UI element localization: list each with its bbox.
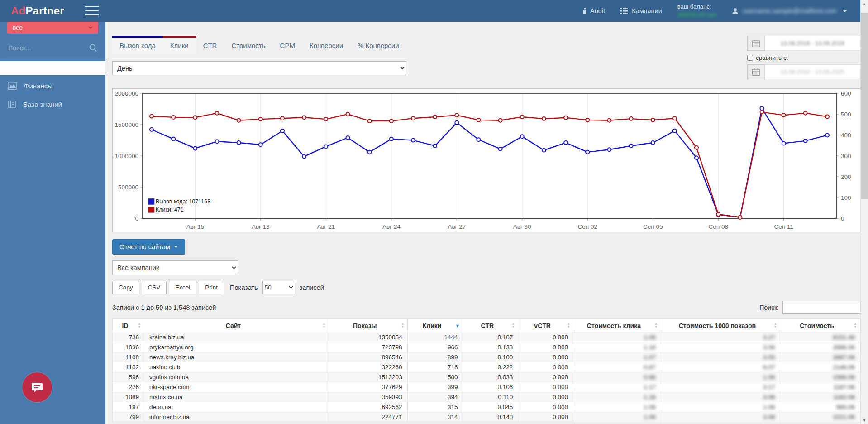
cell-Стоимость клика: 1.07 bbox=[573, 352, 661, 362]
cell-Сайт: ukr-space.com bbox=[144, 382, 329, 392]
sidebar-search-input[interactable] bbox=[7, 42, 98, 54]
svg-text:Сен 08: Сен 08 bbox=[708, 223, 728, 230]
table-header-row: ID▲▼Сайт▲▼Показы▲▼Клики▼CTR▲▼vCTR▲▼Стоим… bbox=[113, 319, 860, 332]
cell-Клики: 899 bbox=[407, 352, 463, 362]
sidebar-item-1[interactable]: База знаний bbox=[0, 95, 105, 114]
table-row[interactable]: 1036prykarpattya.org7237989660.1330.0001… bbox=[113, 342, 860, 352]
metric-tab-0[interactable]: Вызов кода bbox=[112, 36, 163, 54]
compare-checkbox[interactable] bbox=[747, 55, 753, 61]
sort-icon[interactable]: ▲▼ bbox=[322, 322, 326, 329]
table-info-row: Записи с 1 до 50 из 1,548 записей Поиск: bbox=[112, 301, 860, 314]
cell-ID: 1089 bbox=[113, 392, 144, 402]
cell-Клики: 716 bbox=[407, 362, 463, 372]
table-row[interactable]: 197depo.ua6925623150.0450.0001.081.06965… bbox=[113, 402, 860, 412]
date-filters: сравнить с: bbox=[747, 36, 860, 79]
compare-label: сравнить с: bbox=[756, 54, 788, 61]
compare-row: сравнить с: bbox=[747, 54, 860, 61]
period-select[interactable]: День bbox=[112, 61, 406, 75]
svg-text:1000000: 1000000 bbox=[115, 153, 138, 159]
export-print-button[interactable]: Print bbox=[199, 281, 224, 294]
cell-Стоимость клика: 1.08 bbox=[573, 402, 661, 412]
scrollbar-thumb[interactable] bbox=[861, 13, 868, 199]
table-row[interactable]: 226ukr-space.com3776293990.1060.0001.173… bbox=[113, 382, 860, 392]
scroll-up-icon[interactable]: ▲ bbox=[861, 0, 868, 8]
column-header-0[interactable]: ID▲▼ bbox=[113, 319, 144, 332]
campaigns-select[interactable]: Все кампании bbox=[112, 260, 238, 275]
column-header-3[interactable]: Клики▼ bbox=[407, 319, 463, 332]
sort-icon[interactable]: ▲▼ bbox=[138, 322, 141, 329]
column-header-6[interactable]: Стоимость клика▲▼ bbox=[573, 319, 661, 332]
records-info: Записи с 1 до 50 из 1,548 записей bbox=[112, 304, 216, 311]
column-header-5[interactable]: vCTR▲▼ bbox=[518, 319, 573, 332]
hamburger-icon[interactable] bbox=[83, 1, 100, 20]
cell-CTR: 0.133 bbox=[463, 342, 518, 352]
svg-text:1500000: 1500000 bbox=[115, 121, 138, 128]
compare-range-input[interactable] bbox=[765, 65, 860, 79]
sort-desc-icon[interactable]: ▼ bbox=[455, 323, 460, 328]
chat-button[interactable] bbox=[22, 372, 52, 402]
sort-icon[interactable]: ▲▼ bbox=[854, 322, 857, 329]
site-filter-dropdown[interactable]: все bbox=[7, 22, 98, 34]
sort-icon[interactable]: ▲▼ bbox=[567, 322, 570, 329]
vertical-scrollbar[interactable]: ▲ ▼ bbox=[860, 0, 868, 424]
app-logo[interactable]: AdPartner bbox=[11, 5, 64, 17]
table-row[interactable]: 736kraina.biz.ua135005414440.1070.0001.0… bbox=[113, 332, 860, 342]
calendar-icon[interactable] bbox=[748, 36, 765, 50]
cell-vCTR: 0.000 bbox=[518, 372, 573, 382]
column-header-7[interactable]: Стоимость 1000 показов▲▼ bbox=[661, 319, 780, 332]
export-copy-button[interactable]: Copy bbox=[112, 281, 139, 294]
table-row[interactable]: 1102uakino.club3222607160.2220.0000.876.… bbox=[113, 362, 860, 372]
cell-Стоимость 1000 показов: 3.05 bbox=[661, 352, 780, 362]
page-size-select[interactable]: 50 bbox=[262, 281, 295, 294]
metric-tab-1[interactable]: Клики bbox=[163, 36, 196, 54]
compare-calendar-icon[interactable] bbox=[748, 65, 765, 79]
table-row[interactable]: 1108news.kray.biz.ua8965468990.1000.0001… bbox=[113, 352, 860, 362]
nav-audit-link[interactable]: Audit bbox=[583, 7, 605, 14]
column-header-4[interactable]: CTR▲▼ bbox=[463, 319, 518, 332]
cell-Стоимость 1000 показов: 3.06 bbox=[661, 342, 780, 352]
search-icon[interactable] bbox=[89, 44, 97, 52]
column-header-1[interactable]: Сайт▲▼ bbox=[144, 319, 329, 332]
sort-icon[interactable]: ▲▼ bbox=[401, 322, 405, 329]
table-row[interactable]: 596vgolos.com.ua15132035000.0330.0000.98… bbox=[113, 372, 860, 382]
user-menu[interactable]: username.sample@mailhost.com bbox=[732, 7, 847, 14]
column-header-8[interactable]: Стоимость▲▼ bbox=[780, 319, 860, 332]
export-excel-button[interactable]: Excel bbox=[169, 281, 196, 294]
date-range-input[interactable] bbox=[765, 36, 860, 50]
cell-Показы: 896546 bbox=[329, 352, 407, 362]
export-csv-button[interactable]: CSV bbox=[142, 281, 167, 294]
report-dropdown-button[interactable]: Отчет по сайтам bbox=[112, 239, 185, 255]
cell-Стоимость клика: 1.17 bbox=[573, 382, 661, 392]
metric-tab-5[interactable]: Конверсии bbox=[302, 36, 350, 54]
table-row[interactable]: 799informer.biz.ua2247713140.1400.0001.0… bbox=[113, 412, 860, 422]
cell-Стоимость 1000 показов: 3.27 bbox=[661, 332, 780, 342]
cell-Показы: 723798 bbox=[329, 342, 407, 352]
cell-Сайт: matrix.co.ua bbox=[144, 392, 329, 402]
sidebar-active-item[interactable] bbox=[0, 61, 105, 75]
table-search-input[interactable] bbox=[782, 301, 860, 314]
cell-vCTR: 0.000 bbox=[518, 352, 573, 362]
top-navbar: AdPartner Audit Кампании ваш баланс: 103… bbox=[0, 0, 868, 22]
cell-Стоимость клика: 1.16 bbox=[573, 392, 661, 402]
column-header-2[interactable]: Показы▲▼ bbox=[329, 319, 407, 332]
table-row[interactable]: 1089matrix.co.ua3593933940.1100.0001.163… bbox=[113, 392, 860, 402]
cell-ID: 799 bbox=[113, 412, 144, 422]
cell-CTR: 0.106 bbox=[463, 382, 518, 392]
metric-tab-2[interactable]: CTR bbox=[196, 36, 224, 54]
metric-tab-6[interactable]: % Конверсии bbox=[350, 36, 406, 54]
metric-tab-4[interactable]: CPM bbox=[273, 36, 302, 54]
svg-text:2000000: 2000000 bbox=[115, 90, 138, 97]
cell-Стоимость: 1021.06 bbox=[780, 412, 860, 422]
area-chart-icon bbox=[8, 82, 17, 90]
sidebar-item-0[interactable]: Финансы bbox=[0, 77, 105, 95]
sort-icon[interactable]: ▲▼ bbox=[773, 322, 777, 329]
caret-down-icon bbox=[174, 246, 178, 248]
metric-tab-3[interactable]: Стоимость bbox=[224, 36, 272, 54]
sort-icon[interactable]: ▲▼ bbox=[511, 322, 515, 329]
sort-icon[interactable]: ▲▼ bbox=[654, 322, 658, 329]
nav-campaigns-link[interactable]: Кампании bbox=[620, 7, 662, 14]
compare-range-row bbox=[747, 64, 860, 79]
scroll-down-icon[interactable]: ▼ bbox=[861, 416, 868, 424]
cell-Сайт: informer.biz.ua bbox=[144, 412, 329, 422]
cell-Сайт: vgolos.com.ua bbox=[144, 372, 329, 382]
